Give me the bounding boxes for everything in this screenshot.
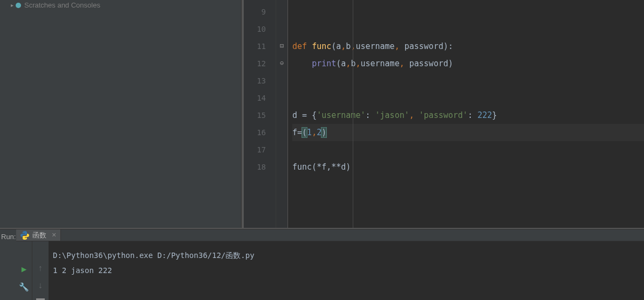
chevron-right-icon: ▸ bbox=[11, 2, 13, 8]
run-label: Run: bbox=[0, 233, 16, 241]
code-line bbox=[292, 89, 644, 107]
code-line: func(*f,**d) bbox=[292, 158, 644, 176]
fold-start-icon[interactable]: ⊟ bbox=[276, 38, 287, 55]
up-arrow-icon[interactable]: ↑ bbox=[38, 264, 43, 274]
code-line-current: f=(1,2) bbox=[292, 124, 644, 141]
code-line bbox=[292, 72, 644, 89]
code-editor[interactable]: 9 10 11 12 13 14 15 16 17 18 ⊟ ⊖ bbox=[244, 0, 644, 228]
run-toolbar-secondary: ↑ ↓ bbox=[32, 241, 49, 300]
margin-guide bbox=[353, 0, 353, 228]
fold-gutter: ⊟ ⊖ bbox=[276, 0, 288, 228]
project-sidebar: ▸ Scratches and Consoles bbox=[0, 0, 242, 228]
line-number: 16 bbox=[244, 124, 276, 141]
line-number: 18 bbox=[244, 158, 276, 176]
down-arrow-icon[interactable]: ↓ bbox=[38, 281, 43, 291]
console-output[interactable]: D:\Python36\python.exe D:/Python36/12/函数… bbox=[49, 241, 644, 300]
code-line bbox=[292, 3, 644, 20]
code-line: print(a,b,username, password) bbox=[292, 55, 644, 72]
python-file-icon bbox=[20, 231, 29, 240]
console-line: 1 2 jason 222 bbox=[53, 263, 640, 278]
code-content[interactable]: def func(a,b,username, password): print(… bbox=[288, 0, 644, 228]
rerun-icon[interactable]: ▶ bbox=[22, 264, 27, 275]
close-tab-icon[interactable]: × bbox=[52, 231, 56, 240]
line-number: 9 bbox=[244, 3, 276, 20]
line-number-gutter: 9 10 11 12 13 14 15 16 17 18 bbox=[244, 0, 276, 228]
run-tab[interactable]: 函数 × bbox=[16, 229, 61, 241]
line-number: 10 bbox=[244, 20, 276, 38]
line-number: 15 bbox=[244, 107, 276, 124]
code-line: d = {'username': 'jason', 'password': 22… bbox=[292, 107, 644, 124]
run-toolbar: ▶ 🔧 bbox=[16, 241, 32, 300]
code-line: def func(a,b,username, password): bbox=[292, 38, 644, 55]
line-number: 11 bbox=[244, 38, 276, 55]
fold-end-icon[interactable]: ⊖ bbox=[276, 55, 287, 72]
line-number: 13 bbox=[244, 72, 276, 89]
console-line: D:\Python36\python.exe D:/Python36/12/函数… bbox=[53, 248, 640, 263]
sidebar-item-label: Scratches and Consoles bbox=[24, 1, 100, 9]
run-panel: Run: 函数 × ▶ 🔧 bbox=[0, 229, 644, 300]
sidebar-item-scratches[interactable]: ▸ Scratches and Consoles bbox=[0, 0, 241, 9]
run-tab-bar: 函数 × bbox=[16, 229, 644, 241]
scratches-icon bbox=[16, 3, 21, 8]
code-line bbox=[292, 141, 644, 158]
line-number: 14 bbox=[244, 89, 276, 107]
code-line bbox=[292, 20, 644, 38]
line-number: 12 bbox=[244, 55, 276, 72]
run-tab-label: 函数 bbox=[32, 231, 46, 240]
line-number: 17 bbox=[244, 141, 276, 158]
wrench-icon[interactable]: 🔧 bbox=[19, 282, 29, 292]
run-label-column: Run: bbox=[0, 229, 16, 300]
